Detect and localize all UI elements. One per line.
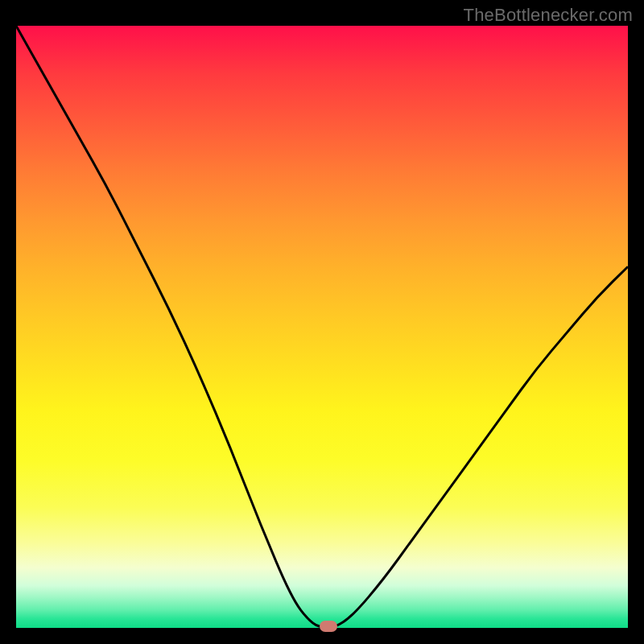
optimum-marker [320,621,337,632]
chart-frame: TheBottlenecker.com [0,0,644,644]
bottleneck-curve [16,26,628,628]
watermark-text: TheBottlenecker.com [464,5,633,26]
curve-path [16,26,628,628]
plot-area [16,26,628,628]
